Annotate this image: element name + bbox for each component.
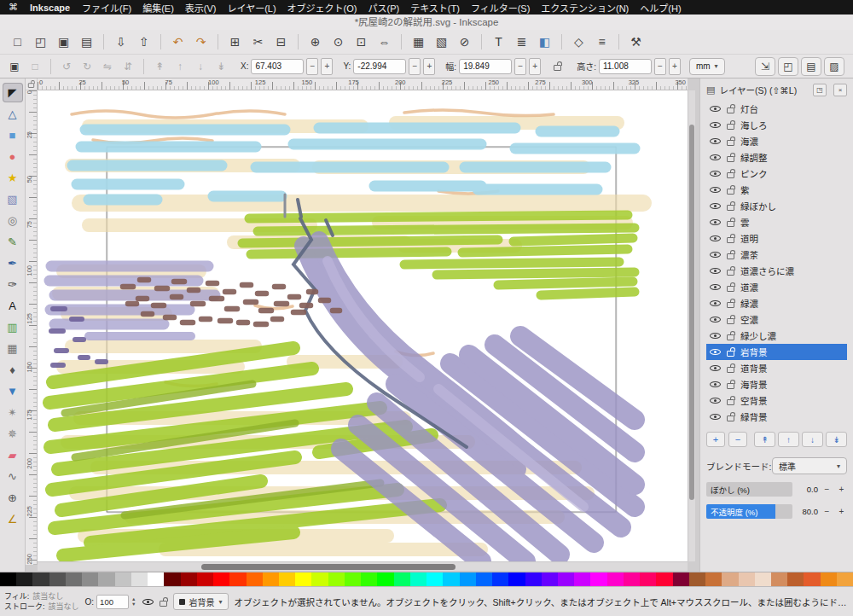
blur-value[interactable]: 0.0 (796, 485, 818, 494)
palette-swatch[interactable] (377, 572, 393, 586)
text-dialog-icon[interactable]: T (488, 32, 509, 51)
unlock-icon[interactable] (727, 137, 734, 146)
raise-icon[interactable]: ↑ (171, 58, 189, 75)
panel-close-button[interactable]: × (833, 84, 847, 96)
add-layer-button[interactable]: + (706, 432, 725, 447)
align-dialog-icon[interactable]: ≡ (591, 32, 612, 51)
box3d-tool[interactable]: ▧ (3, 189, 23, 209)
layers-dialog-icon[interactable]: ≣ (511, 32, 532, 51)
palette-swatch[interactable] (787, 572, 804, 586)
flip-vertical-icon[interactable]: ⇵ (119, 58, 137, 75)
dropper-tool[interactable]: ♦ (3, 360, 23, 380)
ellipse-tool[interactable]: ● (3, 147, 23, 166)
panel-float-button[interactable]: ◳ (813, 84, 827, 96)
node-tool[interactable]: △ (3, 104, 23, 124)
width-decrement-button[interactable]: − (514, 58, 526, 75)
height-increment-button[interactable]: + (669, 58, 681, 75)
eye-icon[interactable] (710, 332, 721, 340)
unlock-icon[interactable] (727, 185, 734, 195)
palette-swatch[interactable] (115, 572, 131, 586)
eye-icon[interactable] (710, 381, 721, 388)
palette-swatch[interactable] (181, 572, 197, 586)
ruler-corner[interactable] (26, 78, 38, 90)
eye-icon[interactable] (710, 121, 721, 129)
rotate-cw-icon[interactable]: ↻ (78, 58, 96, 75)
scale-corners-toggle-icon[interactable]: ◰ (778, 57, 798, 76)
zoom-drawing-icon[interactable]: ⊙ (328, 32, 349, 51)
palette-swatch[interactable] (508, 572, 525, 586)
fill-stroke-indicator[interactable]: フィル:該当なし ストローク:該当なし (4, 592, 79, 612)
selector-tool[interactable]: ◤ (3, 83, 23, 102)
layer-row[interactable]: 道明 (706, 230, 847, 247)
unlock-icon[interactable] (727, 412, 734, 421)
horizontal-scrollbar[interactable] (38, 561, 688, 571)
deselect-icon[interactable]: □ (26, 58, 44, 75)
palette-swatch[interactable] (607, 572, 624, 586)
blend-mode-dropdown[interactable]: 標準 ▾ (772, 457, 847, 474)
eye-icon[interactable] (710, 283, 721, 291)
palette-swatch[interactable] (460, 572, 476, 586)
y-decrement-button[interactable]: − (409, 58, 421, 75)
palette-swatch[interactable] (426, 572, 443, 586)
layer-row[interactable]: 緑調整 (706, 149, 847, 166)
menu-item[interactable]: ファイル(F) (82, 1, 131, 15)
new-document-icon[interactable]: □ (7, 32, 28, 51)
star-tool[interactable]: ★ (3, 168, 23, 188)
palette-swatch[interactable] (197, 572, 213, 586)
unlink-clone-icon[interactable]: ⊘ (454, 32, 475, 51)
palette-swatch[interactable] (49, 572, 66, 586)
palette-swatch[interactable] (821, 572, 837, 586)
zoom-selection-icon[interactable]: ⊕ (305, 32, 326, 51)
palette-swatch[interactable] (213, 572, 229, 586)
palette-swatch[interactable] (131, 572, 148, 586)
eye-icon[interactable] (710, 299, 721, 307)
palette-swatch[interactable] (624, 572, 640, 586)
raise-to-top-icon[interactable]: ↟ (150, 58, 169, 75)
unlock-icon[interactable] (727, 315, 734, 324)
layer-row[interactable]: 岩背景 (706, 344, 847, 360)
palette-swatch[interactable] (656, 572, 672, 586)
layer-row[interactable]: 緑ぼかし (706, 198, 847, 214)
pencil-tool[interactable]: ✎ (3, 232, 23, 252)
unlock-icon[interactable] (727, 396, 734, 405)
spiral-tool[interactable]: ◎ (3, 211, 23, 230)
eraser-tool[interactable]: ▰ (3, 445, 23, 465)
width-increment-button[interactable]: + (529, 58, 541, 75)
eye-icon[interactable] (710, 397, 721, 404)
layer-visibility-toggle-icon[interactable] (142, 598, 154, 606)
palette-swatch[interactable] (311, 572, 328, 586)
eye-icon[interactable] (710, 202, 721, 210)
palette-swatch[interactable] (837, 572, 853, 586)
layer-row[interactable]: 雲 (706, 214, 847, 230)
palette-swatch[interactable] (345, 572, 361, 586)
layer-row[interactable]: 緑少し濃 (706, 328, 847, 344)
vertical-ruler[interactable]: 0255075100125150175200225250 (26, 90, 38, 565)
palette-swatch[interactable] (476, 572, 492, 586)
palette-swatch[interactable] (590, 572, 606, 586)
menu-item[interactable]: 編集(E) (142, 1, 174, 15)
y-increment-button[interactable]: + (423, 58, 435, 75)
eye-icon[interactable] (710, 170, 721, 177)
move-gradients-toggle-icon[interactable]: ▤ (801, 57, 821, 76)
palette-swatch[interactable] (640, 572, 656, 586)
menu-item[interactable]: パス(P) (368, 1, 400, 15)
eye-icon[interactable] (710, 267, 721, 275)
layer-row[interactable]: 道背景 (706, 360, 847, 376)
opacity-value[interactable]: 80.0 (796, 507, 818, 516)
palette-swatch[interactable] (16, 572, 32, 586)
layer-raise-icon[interactable]: ↑ (778, 432, 799, 447)
app-menu[interactable]: Inkscape (30, 3, 70, 13)
layer-row[interactable]: 濃茶 (706, 247, 847, 263)
palette-swatch[interactable] (492, 572, 508, 586)
palette-swatch[interactable] (164, 572, 180, 586)
opacity-slider[interactable]: 不透明度 (%) (706, 504, 792, 519)
unlock-icon[interactable] (727, 234, 734, 243)
bucket-tool[interactable]: ▼ (3, 381, 23, 401)
palette-swatch[interactable] (755, 572, 771, 586)
width-input[interactable]: 19.849 (459, 59, 512, 74)
eye-icon[interactable] (710, 316, 721, 323)
print-document-icon[interactable]: ▤ (76, 32, 97, 51)
eye-icon[interactable] (710, 235, 721, 242)
palette-swatch[interactable] (771, 572, 787, 586)
palette-swatch[interactable] (82, 572, 98, 586)
